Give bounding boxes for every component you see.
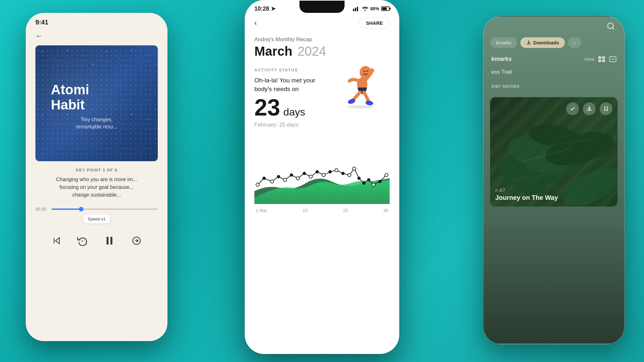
phone-center: 10:28 ➤ 80% ‹ SHARE Andrej	[245, 0, 399, 354]
tab-bookmarks[interactable]: kmarks	[490, 37, 517, 48]
center-content: ‹ SHARE Andrej's Monthly Recap March 202…	[245, 12, 399, 346]
audio-time: 00:28	[35, 207, 48, 211]
progress-thumb	[79, 207, 83, 211]
svg-point-36	[362, 181, 365, 185]
key-point-label: KEY POINT 3 OF 9	[35, 168, 158, 172]
skip-back-button[interactable]	[49, 233, 64, 248]
phone-right: kmarks Downloads ‹ kmarks View ess T	[483, 16, 625, 344]
progress-bar[interactable]	[52, 209, 158, 210]
downloads-label: Downloads	[533, 40, 559, 45]
audio-controls: 5	[35, 228, 158, 253]
svg-point-19	[256, 183, 259, 186]
tab-more[interactable]: ‹	[568, 37, 581, 48]
svg-rect-5	[107, 237, 109, 245]
list-item-senses: iner senses	[484, 79, 624, 93]
svg-point-32	[341, 172, 345, 175]
svg-point-18	[348, 105, 374, 108]
download-button[interactable]	[583, 102, 596, 115]
svg-point-39	[378, 180, 382, 183]
left-time: 9:41	[35, 19, 48, 26]
svg-rect-10	[355, 8, 356, 11]
check-button[interactable]	[566, 102, 579, 115]
svg-point-27	[309, 175, 312, 178]
bookmarks-section-title: kmarks	[491, 56, 512, 62]
recap-subtitle: Andrej's Monthly Recap	[254, 36, 390, 43]
recap-month: March	[254, 44, 292, 59]
svg-point-24	[290, 173, 293, 177]
center-back-button[interactable]: ‹	[254, 19, 257, 27]
svg-point-26	[303, 172, 306, 175]
activity-chart: 1 Mar 10 20 30	[254, 128, 390, 213]
audio-progress: 00:28	[35, 207, 158, 211]
svg-point-28	[316, 170, 319, 173]
days-label: days	[283, 106, 305, 118]
svg-rect-45	[598, 60, 601, 62]
center-time: 10:28 ➤	[254, 5, 276, 12]
svg-rect-6	[110, 237, 112, 245]
book-title: AtomiHabit	[43, 82, 150, 112]
svg-rect-9	[353, 9, 354, 11]
bookmark-button[interactable]	[600, 102, 612, 115]
list-icon[interactable]	[609, 56, 616, 62]
svg-point-22	[277, 175, 280, 178]
right-section-header: kmarks View	[484, 51, 624, 65]
chart-label-30: 30	[383, 208, 388, 213]
recap-year: 2024	[298, 44, 326, 59]
forward-button[interactable]	[129, 233, 144, 248]
left-content: ← AtomiHabit Tiny changes,remarkable res…	[26, 29, 167, 256]
svg-point-37	[367, 178, 370, 181]
replay-5-button[interactable]: 5	[75, 233, 90, 248]
chart-labels: 1 Mar 10 20 30	[254, 205, 390, 213]
pause-button[interactable]	[100, 232, 118, 250]
svg-rect-43	[598, 56, 601, 59]
list-item-trail: ess Trail	[484, 65, 624, 79]
card-actions	[566, 102, 612, 115]
card-thumbnail: n 4/7 Journey on The Way	[490, 97, 618, 207]
svg-point-20	[262, 177, 266, 180]
phone-notch	[299, 1, 345, 13]
prev-month: February: 25 days	[254, 122, 390, 128]
svg-point-31	[335, 169, 338, 172]
speed-button[interactable]: Speed x1	[83, 215, 110, 223]
status-icons: 80%	[353, 6, 390, 11]
key-point-text: Changing who you are is more im...focusi…	[35, 176, 158, 199]
svg-point-12	[365, 10, 366, 11]
phone-left: 9:41 ← AtomiHabit Tiny changes,remarkabl…	[26, 13, 167, 341]
svg-rect-44	[602, 56, 605, 59]
chart-label-1mar: 1 Mar	[256, 208, 267, 213]
book-cover: AtomiHabit Tiny changes,remarkable resu.…	[35, 45, 158, 161]
grid-icon[interactable]	[598, 56, 605, 62]
view-label: View	[584, 56, 594, 62]
svg-point-17	[365, 100, 374, 106]
svg-rect-11	[357, 7, 358, 11]
book-subtitle: Tiny changes,remarkable resu...	[43, 112, 150, 131]
svg-text:5: 5	[81, 240, 83, 243]
chart-label-10: 10	[303, 208, 308, 213]
svg-point-29	[322, 173, 325, 177]
left-back-button[interactable]: ←	[35, 32, 158, 40]
search-icon[interactable]	[607, 22, 615, 32]
progress-fill	[52, 209, 81, 210]
card-info: n 4/7 Journey on The Way	[495, 188, 612, 201]
days-number: 23	[254, 96, 280, 119]
svg-rect-46	[602, 60, 605, 62]
svg-point-40	[385, 173, 388, 177]
view-options: View	[584, 56, 616, 62]
card-title: Journey on The Way	[495, 194, 612, 201]
left-status-bar: 9:41	[26, 14, 167, 29]
card-episode: n 4/7	[495, 188, 612, 193]
svg-point-25	[296, 177, 299, 180]
svg-point-34	[353, 167, 356, 170]
runner-illustration	[338, 63, 383, 108]
share-button[interactable]: SHARE	[359, 17, 390, 29]
svg-point-23	[283, 178, 287, 181]
svg-marker-2	[56, 238, 60, 244]
svg-point-15	[370, 68, 374, 73]
tab-downloads[interactable]: Downloads	[520, 37, 565, 48]
chart-label-20: 20	[343, 208, 348, 213]
center-header: ‹ SHARE	[254, 17, 390, 29]
svg-point-21	[270, 180, 274, 183]
right-status-bar	[484, 17, 624, 35]
tabs-row: kmarks Downloads ‹	[484, 35, 624, 51]
svg-point-30	[328, 170, 332, 173]
